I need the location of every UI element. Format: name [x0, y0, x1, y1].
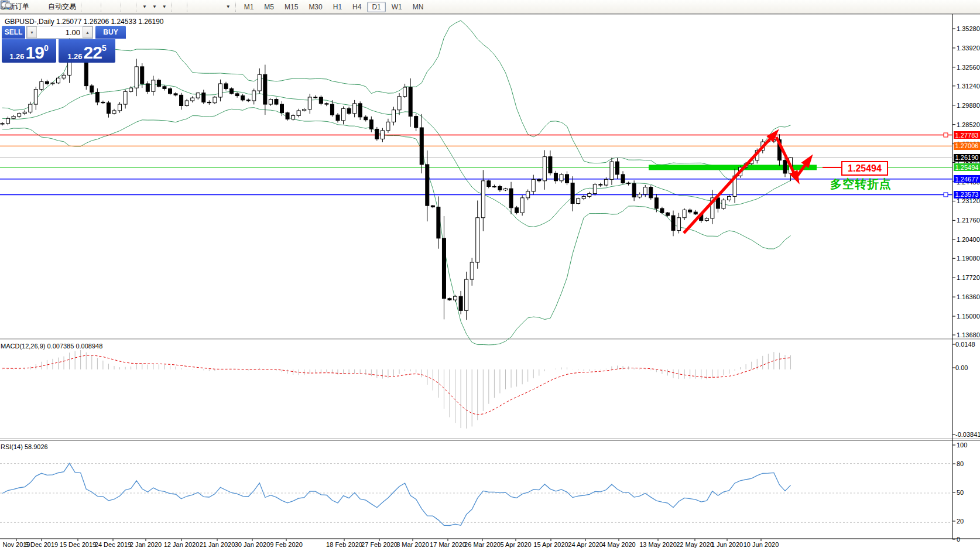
crosshair-button[interactable]: [180, 1, 184, 13]
timeframe-M1[interactable]: M1: [239, 2, 259, 12]
trendline-button[interactable]: [200, 1, 204, 13]
date-axis-label: 9 Feb 2020: [270, 541, 303, 548]
bollinger-bands: [2, 20, 791, 345]
volume-stepper: ▼ ▲: [26, 26, 93, 39]
dropdown-caret: ▼: [152, 4, 157, 9]
price-axis-tick: 1.17720: [957, 274, 980, 281]
search-button[interactable]: [967, 1, 972, 13]
arrows-button[interactable]: ▼: [223, 1, 233, 13]
toolbar: 新订单 自动交易: [0, 0, 980, 14]
toolbar-separator: [81, 2, 82, 12]
dropdown-caret: ▼: [226, 4, 231, 9]
rsi-pane: [0, 463, 952, 525]
zoom-out-button[interactable]: [109, 1, 114, 13]
buy-button[interactable]: BUY: [95, 26, 126, 39]
toolbar-separator: [101, 2, 102, 12]
timeframe-M5[interactable]: M5: [259, 2, 279, 12]
price-level-label: 1.23573: [954, 191, 980, 199]
date-axis-label: 30 Jan 2020: [235, 541, 270, 548]
templates-button[interactable]: ▼: [159, 1, 169, 13]
timeframe-M30[interactable]: M30: [304, 2, 327, 12]
timeframe-MN[interactable]: MN: [408, 2, 429, 12]
buy-price-small: 1.26: [67, 52, 82, 61]
bar-chart-button[interactable]: [84, 1, 89, 13]
market-watch-button[interactable]: [36, 1, 41, 13]
mt4-window: { "toolbar": { "new_order_label": "新订单",…: [0, 0, 980, 551]
sell-button[interactable]: SELL: [2, 26, 25, 39]
rsi-indicator-label: RSI(14) 58.9026: [1, 443, 48, 450]
sell-price-display[interactable]: 1.26 19 0: [2, 39, 56, 63]
price-axis-tick: 1.16360: [957, 293, 980, 300]
toolbar-separator: [235, 2, 237, 12]
sell-price-big: 19: [26, 45, 44, 61]
timeframe-H1[interactable]: H1: [328, 2, 347, 12]
timeframe-H4[interactable]: H4: [348, 2, 366, 12]
profile-button[interactable]: [32, 1, 36, 13]
rsi-axis-tick: 100: [957, 442, 967, 449]
text-label-button[interactable]: T: [218, 1, 223, 13]
macd-axis-tick: 0.0148: [955, 341, 975, 348]
price-level-label: 1.27783: [954, 131, 980, 139]
macd-axis-tick: -0.038415: [955, 431, 980, 438]
fibonacci-button[interactable]: F: [209, 1, 214, 13]
timeframe-M15[interactable]: M15: [280, 2, 303, 12]
date-axis-label: 21 Jan 2020: [200, 541, 235, 548]
chat-icon: [0, 0, 12, 11]
date-axis-label: 13 May 2020: [639, 541, 677, 548]
timeframe-W1[interactable]: W1: [387, 2, 407, 12]
toolbar-separator: [121, 2, 122, 12]
date-axis-label: 10 Jun 2020: [743, 541, 779, 548]
indicators-button[interactable]: ▼: [139, 1, 149, 13]
signals-button[interactable]: [41, 1, 46, 13]
volume-increase-button[interactable]: ▲: [83, 26, 92, 38]
timeframe-D1[interactable]: D1: [367, 2, 385, 12]
macd-axis-tick: 0.00: [955, 364, 968, 371]
equidistant-channel-button[interactable]: E: [204, 1, 209, 13]
candlestick-chart-button[interactable]: [89, 1, 94, 13]
sell-price-sup: 0: [44, 39, 49, 57]
price-axis-tick: 1.32560: [957, 64, 980, 71]
price-axis-tick: 1.15000: [957, 313, 980, 320]
volume-input[interactable]: [37, 26, 83, 38]
price-level-label: 1.26190: [954, 154, 980, 162]
date-axis-label: 5 Dec 2019: [25, 541, 58, 548]
rsi-axis-tick: 50: [957, 489, 964, 496]
date-axis-label: 15 Dec 2019: [60, 541, 96, 548]
text-button[interactable]: A: [214, 1, 218, 13]
price-axis-tick: 1.23120: [957, 197, 980, 204]
auto-scroll-button[interactable]: [129, 1, 133, 13]
timeframe-toolbar: M1M5M15M30H1H4D1W1MN: [239, 2, 429, 12]
date-axis-label: 8 Mar 2020: [396, 541, 429, 548]
auto-trading-button[interactable]: 自动交易: [46, 1, 78, 13]
chart-ohlc-title: GBPUSD-,Daily 1.25077 1.26206 1.24533 1.…: [5, 18, 164, 26]
price-axis-tick: 1.29880: [957, 102, 980, 109]
macd-pane: [2, 350, 791, 429]
date-axis-label: 24 Dec 2019: [95, 541, 131, 548]
volume-decrease-button[interactable]: ▼: [27, 26, 37, 38]
periods-button[interactable]: ▼: [149, 1, 159, 13]
date-axis-label: 27 Feb 2020: [361, 541, 398, 548]
price-callout-box[interactable]: 1.25494: [841, 161, 888, 176]
line-chart-button[interactable]: [94, 1, 98, 13]
horizontal-line-button[interactable]: [195, 1, 200, 13]
vertical-line-button[interactable]: [190, 1, 195, 13]
date-axis-label: 12 Jan 2020: [164, 541, 200, 548]
rsi-axis-tick: 80: [957, 460, 964, 467]
chart-canvas[interactable]: [0, 0, 980, 551]
rsi-axis-tick: 0: [957, 536, 960, 543]
turning-point-annotation: 多空转折点: [830, 176, 892, 192]
date-axis-label: 2 Jan 2020: [130, 541, 162, 548]
date-axis-label: 15 Apr 2020: [533, 541, 568, 548]
chat-button[interactable]: [972, 1, 976, 13]
date-axis-label: 17 Mar 2020: [430, 541, 466, 548]
price-axis-tick: 1.21760: [957, 217, 980, 224]
arrange-chart-button[interactable]: [124, 1, 129, 13]
buy-price-display[interactable]: 1.26 22 5: [59, 39, 115, 63]
price-axis-tick: 1.19080: [957, 255, 980, 262]
date-axis-label: 4 May 2020: [602, 541, 635, 548]
auto-trading-label: 自动交易: [48, 2, 76, 12]
toolbar-separator: [136, 2, 137, 12]
cursor-button[interactable]: [175, 1, 180, 13]
zoom-in-button[interactable]: [104, 1, 109, 13]
tile-windows-button[interactable]: [114, 1, 118, 13]
